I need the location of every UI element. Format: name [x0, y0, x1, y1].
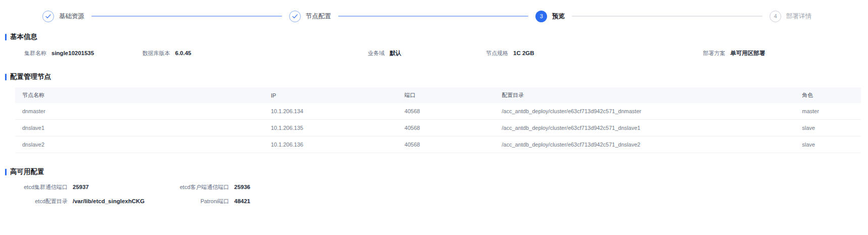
step-label: 基础资源	[59, 12, 84, 21]
field-label: etcd集群通信端口	[5, 183, 68, 191]
section-title-ha-config: 高可用配置	[5, 167, 868, 176]
field-patroni-port: Patroni端口 48421	[167, 198, 399, 205]
field-db-version: 数据库版本 6.0.45	[139, 50, 353, 57]
field-value: 48421	[234, 198, 250, 204]
table-row: dnslave1 10.1.206.135 40568 /acc_antdb_d…	[15, 120, 861, 136]
ha-config-grid: etcd集群通信端口 25937 etcd客户端通信端口 25936 etcd配…	[5, 183, 868, 205]
section-management-nodes: 配置管理节点 节点名称 IP 端口 配置目录 角色 dnmaster 10.1.…	[0, 72, 868, 153]
cell-port: 40568	[398, 120, 495, 136]
step-connector	[572, 16, 763, 17]
step-label: 部署详情	[786, 12, 811, 21]
step-connector	[91, 16, 282, 17]
field-deploy-plan: 部署方案 单可用区部署	[694, 50, 868, 57]
cell-node-name: dnslave1	[15, 120, 264, 136]
step-item-deploy-details[interactable]: 4 部署详情	[770, 11, 811, 22]
step-label: 预览	[552, 12, 565, 21]
check-icon	[45, 14, 51, 19]
col-header-port: 端口	[398, 87, 495, 103]
field-label: 节点规格	[477, 50, 508, 57]
field-label: etcd客户端通信端口	[167, 183, 229, 191]
col-header-node-name: 节点名称	[15, 87, 264, 103]
section-ha-config: 高可用配置 etcd集群通信端口 25937 etcd客户端通信端口 25936…	[0, 167, 868, 205]
cell-port: 40568	[398, 103, 495, 120]
step-circle-done	[289, 11, 301, 22]
nodes-table: 节点名称 IP 端口 配置目录 角色 dnmaster 10.1.206.134…	[15, 87, 861, 153]
field-etcd-cluster-port: etcd集群通信端口 25937	[5, 183, 167, 191]
step-item-node-config[interactable]: 节点配置	[289, 11, 331, 22]
step-item-basic-resources[interactable]: 基础资源	[42, 11, 84, 22]
title-accent-bar	[5, 169, 7, 175]
field-label: 数据库版本	[139, 50, 170, 57]
field-cluster-name: 集群名称 single10201535	[15, 50, 139, 57]
field-value: single10201535	[51, 50, 94, 56]
step-circle-active: 3	[535, 11, 547, 22]
field-label: 集群名称	[15, 50, 46, 57]
title-accent-bar	[5, 34, 7, 40]
field-value: /var/lib/etcd_singlexhCKG	[73, 198, 145, 204]
step-connector	[338, 16, 529, 17]
field-value: 1C 2GB	[513, 50, 534, 56]
field-etcd-client-port: etcd客户端通信端口 25936	[167, 183, 399, 191]
field-business-domain: 业务域 默认	[353, 50, 477, 57]
table-row: dnslave2 10.1.206.136 40568 /acc_antdb_d…	[15, 136, 861, 153]
cell-node-name: dnmaster	[15, 103, 264, 120]
field-label: Patroni端口	[167, 198, 229, 205]
step-item-preview[interactable]: 3 预览	[535, 11, 565, 22]
step-circle-pending: 4	[770, 11, 781, 22]
check-icon	[292, 14, 298, 19]
basic-info-grid: 集群名称 single10201535 数据库版本 6.0.45 业务域 默认 …	[15, 50, 868, 57]
col-header-config-dir: 配置目录	[495, 87, 795, 103]
cell-role: master	[795, 103, 861, 120]
cell-role: slave	[795, 136, 861, 153]
field-value: 默认	[390, 50, 401, 57]
field-value: 单可用区部署	[730, 50, 765, 57]
section-title-text: 高可用配置	[10, 167, 44, 176]
section-title-basic-info: 基本信息	[5, 32, 868, 41]
cell-config-dir: /acc_antdb_deploy/cluster/e63cf713d942c5…	[495, 120, 795, 136]
cell-node-name: dnslave2	[15, 136, 264, 153]
section-title-management-nodes: 配置管理节点	[5, 72, 868, 81]
cell-ip: 10.1.206.134	[264, 103, 398, 120]
step-circle-done	[42, 11, 54, 22]
field-label: 部署方案	[694, 50, 725, 57]
title-accent-bar	[5, 74, 7, 80]
cell-config-dir: /acc_antdb_deploy/cluster/e63cf713d942c5…	[495, 103, 795, 120]
table-row: dnmaster 10.1.206.134 40568 /acc_antdb_d…	[15, 103, 861, 120]
wizard-steps-bar: 基础资源 节点配置 3 预览 4 部署详情	[0, 0, 868, 32]
section-basic-info: 基本信息 集群名称 single10201535 数据库版本 6.0.45 业务…	[0, 32, 868, 57]
field-etcd-config-dir: etcd配置目录 /var/lib/etcd_singlexhCKG	[5, 198, 167, 205]
cell-ip: 10.1.206.135	[264, 120, 398, 136]
cell-role: slave	[795, 120, 861, 136]
field-node-spec: 节点规格 1C 2GB	[477, 50, 694, 57]
table-header-row: 节点名称 IP 端口 配置目录 角色	[15, 87, 861, 103]
field-label: 业务域	[353, 50, 385, 57]
field-value: 25937	[73, 184, 89, 190]
field-value: 6.0.45	[175, 50, 191, 56]
field-label: etcd配置目录	[5, 198, 68, 205]
cell-config-dir: /acc_antdb_deploy/cluster/e63cf713d942c5…	[495, 136, 795, 153]
section-title-text: 基本信息	[10, 32, 37, 41]
section-title-text: 配置管理节点	[10, 72, 51, 81]
col-header-role: 角色	[795, 87, 861, 103]
cell-port: 40568	[398, 136, 495, 153]
field-value: 25936	[234, 184, 250, 190]
step-label: 节点配置	[306, 12, 331, 21]
cell-ip: 10.1.206.136	[264, 136, 398, 153]
col-header-ip: IP	[264, 87, 398, 103]
